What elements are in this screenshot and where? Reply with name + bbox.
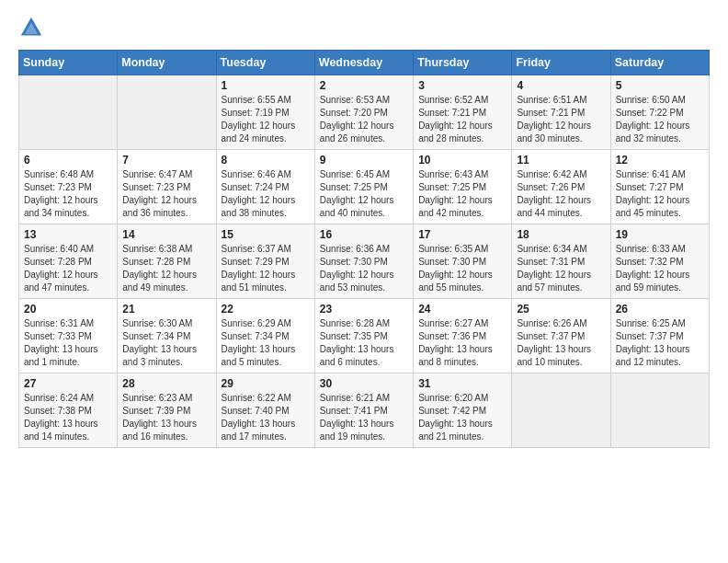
cell-content: Sunrise: 6:22 AM Sunset: 7:40 PM Dayligh… bbox=[222, 392, 310, 443]
day-number: 27 bbox=[24, 377, 112, 390]
cell-content: Sunrise: 6:55 AM Sunset: 7:19 PM Dayligh… bbox=[222, 94, 310, 145]
week-row-4: 20Sunrise: 6:31 AM Sunset: 7:33 PM Dayli… bbox=[19, 299, 710, 373]
calendar-cell: 9Sunrise: 6:45 AM Sunset: 7:25 PM Daylig… bbox=[314, 150, 413, 224]
day-number: 19 bbox=[616, 228, 704, 241]
day-number: 9 bbox=[320, 154, 408, 167]
calendar-cell: 18Sunrise: 6:34 AM Sunset: 7:31 PM Dayli… bbox=[512, 224, 610, 299]
day-number: 14 bbox=[122, 228, 210, 241]
day-header-monday: Monday bbox=[118, 51, 216, 75]
cell-content: Sunrise: 6:50 AM Sunset: 7:22 PM Dayligh… bbox=[616, 94, 704, 145]
day-number: 31 bbox=[418, 377, 506, 390]
cell-content: Sunrise: 6:29 AM Sunset: 7:34 PM Dayligh… bbox=[222, 317, 310, 369]
calendar-cell: 5Sunrise: 6:50 AM Sunset: 7:22 PM Daylig… bbox=[610, 75, 709, 150]
day-number: 3 bbox=[418, 79, 506, 92]
calendar-cell: 4Sunrise: 6:51 AM Sunset: 7:21 PM Daylig… bbox=[512, 75, 610, 150]
page: SundayMondayTuesdayWednesdayThursdayFrid… bbox=[0, 0, 728, 463]
calendar-cell: 13Sunrise: 6:40 AM Sunset: 7:28 PM Dayli… bbox=[19, 224, 118, 299]
day-number: 16 bbox=[320, 228, 408, 241]
calendar-cell: 28Sunrise: 6:23 AM Sunset: 7:39 PM Dayli… bbox=[118, 373, 216, 448]
day-header-wednesday: Wednesday bbox=[314, 51, 413, 75]
day-number: 23 bbox=[320, 303, 408, 316]
day-number: 6 bbox=[24, 154, 112, 167]
day-number: 30 bbox=[320, 377, 408, 390]
day-number: 18 bbox=[517, 228, 605, 241]
calendar-cell: 30Sunrise: 6:21 AM Sunset: 7:41 PM Dayli… bbox=[314, 373, 413, 448]
calendar-cell: 11Sunrise: 6:42 AM Sunset: 7:26 PM Dayli… bbox=[512, 150, 610, 224]
cell-content: Sunrise: 6:36 AM Sunset: 7:30 PM Dayligh… bbox=[320, 243, 408, 294]
cell-content: Sunrise: 6:25 AM Sunset: 7:37 PM Dayligh… bbox=[616, 317, 704, 369]
calendar-cell: 7Sunrise: 6:47 AM Sunset: 7:23 PM Daylig… bbox=[118, 150, 216, 224]
day-number: 1 bbox=[222, 79, 310, 92]
calendar-cell bbox=[610, 373, 709, 448]
cell-content: Sunrise: 6:41 AM Sunset: 7:27 PM Dayligh… bbox=[616, 168, 704, 220]
cell-content: Sunrise: 6:42 AM Sunset: 7:26 PM Dayligh… bbox=[517, 168, 605, 220]
cell-content: Sunrise: 6:43 AM Sunset: 7:25 PM Dayligh… bbox=[418, 168, 506, 220]
cell-content: Sunrise: 6:37 AM Sunset: 7:29 PM Dayligh… bbox=[222, 243, 310, 294]
day-number: 5 bbox=[616, 79, 704, 92]
cell-content: Sunrise: 6:35 AM Sunset: 7:30 PM Dayligh… bbox=[418, 243, 506, 294]
cell-content: Sunrise: 6:40 AM Sunset: 7:28 PM Dayligh… bbox=[24, 243, 112, 294]
calendar-cell: 31Sunrise: 6:20 AM Sunset: 7:42 PM Dayli… bbox=[414, 373, 512, 448]
day-number: 8 bbox=[222, 154, 310, 167]
cell-content: Sunrise: 6:38 AM Sunset: 7:28 PM Dayligh… bbox=[122, 243, 210, 294]
day-number: 26 bbox=[616, 303, 704, 316]
calendar-cell: 3Sunrise: 6:52 AM Sunset: 7:21 PM Daylig… bbox=[414, 75, 512, 150]
cell-content: Sunrise: 6:23 AM Sunset: 7:39 PM Dayligh… bbox=[122, 392, 210, 443]
calendar-cell: 20Sunrise: 6:31 AM Sunset: 7:33 PM Dayli… bbox=[19, 299, 118, 373]
cell-content: Sunrise: 6:24 AM Sunset: 7:38 PM Dayligh… bbox=[24, 392, 112, 443]
calendar-cell: 14Sunrise: 6:38 AM Sunset: 7:28 PM Dayli… bbox=[118, 224, 216, 299]
calendar-cell: 25Sunrise: 6:26 AM Sunset: 7:37 PM Dayli… bbox=[512, 299, 610, 373]
day-number: 20 bbox=[24, 303, 112, 316]
day-number: 4 bbox=[517, 79, 605, 92]
calendar-cell: 29Sunrise: 6:22 AM Sunset: 7:40 PM Dayli… bbox=[216, 373, 314, 448]
header-row: SundayMondayTuesdayWednesdayThursdayFrid… bbox=[19, 51, 710, 75]
day-header-sunday: Sunday bbox=[19, 51, 118, 75]
day-number: 11 bbox=[517, 154, 605, 167]
calendar-cell: 2Sunrise: 6:53 AM Sunset: 7:20 PM Daylig… bbox=[314, 75, 413, 150]
cell-content: Sunrise: 6:31 AM Sunset: 7:33 PM Dayligh… bbox=[24, 317, 112, 369]
day-header-thursday: Thursday bbox=[414, 51, 512, 75]
week-row-2: 6Sunrise: 6:48 AM Sunset: 7:23 PM Daylig… bbox=[19, 150, 710, 224]
calendar-cell: 6Sunrise: 6:48 AM Sunset: 7:23 PM Daylig… bbox=[19, 150, 118, 224]
calendar-cell: 24Sunrise: 6:27 AM Sunset: 7:36 PM Dayli… bbox=[414, 299, 512, 373]
week-row-5: 27Sunrise: 6:24 AM Sunset: 7:38 PM Dayli… bbox=[19, 373, 710, 448]
header bbox=[18, 15, 710, 40]
cell-content: Sunrise: 6:34 AM Sunset: 7:31 PM Dayligh… bbox=[517, 243, 605, 294]
day-number: 13 bbox=[24, 228, 112, 241]
day-number: 25 bbox=[517, 303, 605, 316]
calendar-cell bbox=[19, 75, 118, 150]
calendar-cell: 1Sunrise: 6:55 AM Sunset: 7:19 PM Daylig… bbox=[216, 75, 314, 150]
day-header-friday: Friday bbox=[512, 51, 610, 75]
week-row-1: 1Sunrise: 6:55 AM Sunset: 7:19 PM Daylig… bbox=[19, 75, 710, 150]
logo bbox=[18, 15, 48, 40]
calendar-cell: 19Sunrise: 6:33 AM Sunset: 7:32 PM Dayli… bbox=[610, 224, 709, 299]
day-number: 24 bbox=[418, 303, 506, 316]
logo-icon bbox=[18, 15, 44, 40]
calendar-table: SundayMondayTuesdayWednesdayThursdayFrid… bbox=[18, 50, 710, 448]
cell-content: Sunrise: 6:52 AM Sunset: 7:21 PM Dayligh… bbox=[418, 94, 506, 145]
cell-content: Sunrise: 6:47 AM Sunset: 7:23 PM Dayligh… bbox=[122, 168, 210, 220]
cell-content: Sunrise: 6:30 AM Sunset: 7:34 PM Dayligh… bbox=[122, 317, 210, 369]
calendar-cell: 8Sunrise: 6:46 AM Sunset: 7:24 PM Daylig… bbox=[216, 150, 314, 224]
day-number: 15 bbox=[222, 228, 310, 241]
day-number: 12 bbox=[616, 154, 704, 167]
cell-content: Sunrise: 6:51 AM Sunset: 7:21 PM Dayligh… bbox=[517, 94, 605, 145]
calendar-cell: 26Sunrise: 6:25 AM Sunset: 7:37 PM Dayli… bbox=[610, 299, 709, 373]
day-number: 21 bbox=[122, 303, 210, 316]
week-row-3: 13Sunrise: 6:40 AM Sunset: 7:28 PM Dayli… bbox=[19, 224, 710, 299]
calendar-cell bbox=[118, 75, 216, 150]
calendar-cell: 15Sunrise: 6:37 AM Sunset: 7:29 PM Dayli… bbox=[216, 224, 314, 299]
cell-content: Sunrise: 6:46 AM Sunset: 7:24 PM Dayligh… bbox=[222, 168, 310, 220]
calendar-cell: 23Sunrise: 6:28 AM Sunset: 7:35 PM Dayli… bbox=[314, 299, 413, 373]
cell-content: Sunrise: 6:20 AM Sunset: 7:42 PM Dayligh… bbox=[418, 392, 506, 443]
calendar-cell: 17Sunrise: 6:35 AM Sunset: 7:30 PM Dayli… bbox=[414, 224, 512, 299]
day-number: 2 bbox=[320, 79, 408, 92]
cell-content: Sunrise: 6:21 AM Sunset: 7:41 PM Dayligh… bbox=[320, 392, 408, 443]
calendar-cell: 27Sunrise: 6:24 AM Sunset: 7:38 PM Dayli… bbox=[19, 373, 118, 448]
day-number: 10 bbox=[418, 154, 506, 167]
calendar-body: 1Sunrise: 6:55 AM Sunset: 7:19 PM Daylig… bbox=[19, 75, 710, 448]
cell-content: Sunrise: 6:48 AM Sunset: 7:23 PM Dayligh… bbox=[24, 168, 112, 220]
calendar-cell: 10Sunrise: 6:43 AM Sunset: 7:25 PM Dayli… bbox=[414, 150, 512, 224]
calendar-cell: 12Sunrise: 6:41 AM Sunset: 7:27 PM Dayli… bbox=[610, 150, 709, 224]
calendar-header: SundayMondayTuesdayWednesdayThursdayFrid… bbox=[19, 51, 710, 75]
